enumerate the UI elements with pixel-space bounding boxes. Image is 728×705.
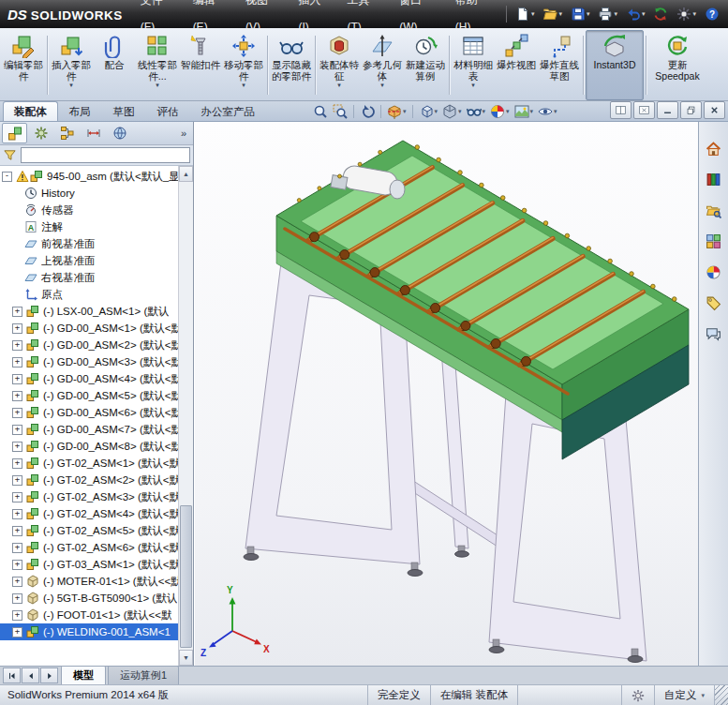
resize-grip[interactable] — [714, 685, 728, 705]
bill-of-materials-button[interactable]: 材料明细表▾ — [452, 30, 495, 100]
tree-expander[interactable]: + — [12, 627, 22, 638]
apply-scene-button[interactable]: ▾ — [513, 103, 536, 120]
pane-prev-button[interactable] — [22, 668, 39, 683]
new-document-button[interactable]: ▾ — [513, 4, 538, 24]
tab-office-products[interactable]: 办公室产品 — [190, 101, 267, 121]
tab-layout[interactable]: 布局 — [58, 101, 102, 121]
edit-appearance-button[interactable]: ▾ — [488, 103, 512, 120]
tab-featuremanager[interactable] — [2, 123, 27, 143]
tree-expander[interactable]: + — [12, 560, 22, 570]
doc-minimize-button[interactable] — [657, 101, 678, 119]
tree-item[interactable]: +(-) WELDING-001_ASM<1 — [0, 623, 178, 640]
tree-filter-input[interactable] — [21, 147, 190, 163]
tree-expander[interactable]: + — [12, 357, 22, 368]
tree-item[interactable]: 原点 — [0, 286, 178, 303]
tab-model[interactable]: 模型 — [61, 666, 106, 684]
tree-item[interactable]: +(-) GT-02_ASM<4> (默认<默 — [0, 505, 178, 522]
tree-item[interactable]: +(-) LSX-00_ASM<1> (默认 — [0, 303, 178, 320]
options-button[interactable]: ▾ — [674, 4, 699, 24]
scrollbar-thumb[interactable] — [180, 505, 192, 648]
tab-configurationmanager[interactable] — [54, 123, 80, 143]
pane-first-button[interactable] — [3, 668, 21, 683]
pane-close-button[interactable] — [633, 101, 655, 119]
tree-expander[interactable]: + — [12, 475, 22, 486]
new-motion-study-button[interactable]: 新建运动算例 — [404, 30, 447, 100]
taskpane-resources[interactable] — [703, 137, 725, 159]
move-component-button[interactable]: 移动零部件▾ — [222, 30, 265, 100]
tree-item[interactable]: +(-) GD-00_ASM<5> (默认<默 — [0, 387, 178, 404]
tab-evaluate[interactable]: 评估 — [146, 101, 190, 121]
tree-item[interactable]: +(-) GT-02_ASM<2> (默认<默 — [0, 472, 178, 488]
tab-propertymanager[interactable] — [28, 123, 53, 143]
display-style-button[interactable]: ▾ — [440, 103, 464, 120]
assembly-features-button[interactable]: 装配体特征▾ — [318, 30, 361, 100]
tree-item[interactable]: +(-) GD-00_ASM<7> (默认<默 — [0, 421, 178, 438]
tree-expander[interactable]: + — [12, 526, 22, 536]
tree-item[interactable]: +(-) MOTER-01<1> (默认<<默 — [0, 573, 178, 590]
tree-expander[interactable]: + — [12, 391, 22, 401]
tree-scrollbar[interactable]: ▲ ▼ — [178, 166, 193, 666]
tree-expander[interactable]: + — [12, 577, 22, 587]
scroll-down-arrow-icon[interactable]: ▼ — [179, 650, 193, 666]
open-button[interactable]: ▾ — [540, 4, 565, 24]
tree-item[interactable]: +(-) GT-02_ASM<6> (默认<默 — [0, 539, 178, 556]
tree-item[interactable]: +(-) GD-00_ASM<2> (默认<默 — [0, 337, 178, 353]
save-button[interactable]: ▾ — [568, 4, 593, 24]
tree-expander[interactable]: + — [12, 442, 22, 452]
panel-overflow-button[interactable]: » — [176, 128, 191, 139]
graphics-area[interactable]: Y X Z — [195, 122, 698, 666]
undo-button[interactable]: ▾ — [623, 4, 648, 24]
tree-expander[interactable]: + — [12, 492, 22, 502]
tree-expander[interactable]: + — [12, 323, 22, 334]
view-settings-button[interactable]: ▾ — [536, 103, 559, 120]
tree-item[interactable]: +(-) GD-00_ASM<4> (默认<默 — [0, 370, 178, 387]
tree-root-item[interactable]: -945-00_asm (默认<默认_显... — [0, 168, 178, 185]
previous-view-button[interactable] — [358, 103, 377, 120]
update-speedpak-button[interactable]: 更新 Speedpak — [648, 30, 706, 100]
tree-item[interactable]: History — [0, 185, 178, 202]
tab-motion-study-1[interactable]: 运动算例1 — [108, 666, 179, 684]
tree-item[interactable]: +(-) FOOT-01<1> (默认<<默 — [0, 607, 178, 623]
linear-component-pattern-button[interactable]: 线性零部件...▾ — [136, 30, 179, 100]
tree-expander[interactable]: + — [12, 509, 22, 519]
tree-expander[interactable]: + — [12, 425, 22, 435]
scrollbar-track[interactable] — [179, 182, 193, 650]
print-button[interactable]: ▾ — [595, 4, 620, 24]
taskpane-forum[interactable] — [703, 322, 725, 345]
doc-close-button[interactable] — [704, 101, 725, 119]
instant3d-button[interactable]: Instant3D — [586, 30, 644, 100]
taskpane-custom-properties[interactable] — [703, 292, 725, 314]
tree-item[interactable]: +(-) GD-00_ASM<6> (默认<默 — [0, 404, 178, 421]
zoom-area-button[interactable] — [331, 103, 349, 120]
tab-sketch[interactable]: 草图 — [102, 101, 146, 121]
explode-line-sketch-button[interactable]: 爆炸直线草图 — [538, 30, 581, 100]
mate-button[interactable]: 配合 — [93, 30, 136, 100]
taskpane-view-palette[interactable] — [703, 230, 725, 252]
tree-expander[interactable]: + — [12, 408, 22, 418]
tree-expander[interactable]: + — [12, 610, 22, 621]
tree-item[interactable]: +(-) 5GT-B-GT5090<1> (默认 — [0, 590, 178, 607]
pane-split-button[interactable] — [610, 101, 631, 119]
tree-item[interactable]: 上视基准面 — [0, 252, 178, 269]
tab-displaymanager[interactable] — [107, 123, 132, 143]
taskpane-appearances[interactable] — [703, 261, 725, 283]
taskpane-file-explorer[interactable] — [703, 199, 725, 221]
tree-expander[interactable]: + — [12, 307, 22, 317]
tree-item[interactable]: +(-) GD-00_ASM<8> (默认<默 — [0, 438, 178, 455]
tree-expander[interactable]: + — [12, 458, 22, 469]
taskpane-design-library[interactable] — [703, 168, 725, 190]
tree-item[interactable]: A注解 — [0, 218, 178, 235]
tree-item[interactable]: +(-) GT-02_ASM<3> (默认<默 — [0, 488, 178, 505]
hide-show-items-button[interactable]: ▾ — [465, 103, 488, 120]
tree-item[interactable]: 传感器 — [0, 202, 178, 218]
reference-geometry-button[interactable]: 参考几何体▾ — [361, 30, 404, 100]
edit-component-button[interactable]: 编辑零部件 — [2, 30, 45, 100]
tree-expander[interactable]: + — [12, 340, 22, 351]
smart-fasteners-button[interactable]: 智能扣件 — [179, 30, 222, 100]
tree-item[interactable]: +(-) GT-02_ASM<5> (默认<默 — [0, 522, 178, 539]
show-hidden-components-button[interactable]: 显示隐藏的零部件 — [270, 30, 313, 100]
scroll-up-arrow-icon[interactable]: ▲ — [179, 166, 193, 182]
status-settings-button[interactable] — [621, 685, 654, 705]
tree-expander[interactable]: + — [12, 593, 22, 604]
tab-dimxpertmanager[interactable] — [81, 123, 106, 143]
